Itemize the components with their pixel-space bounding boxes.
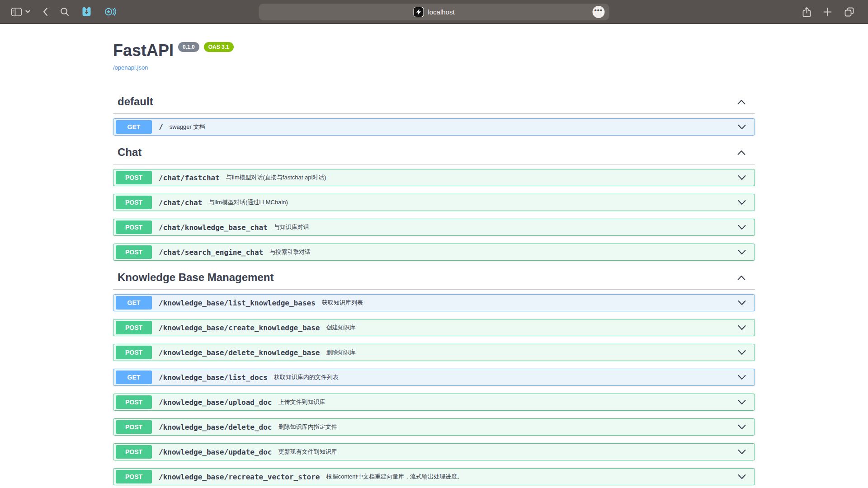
share-button[interactable] xyxy=(802,7,811,18)
operation-row[interactable]: POST /knowledge_base/create_knowledge_ba… xyxy=(113,319,755,336)
section-title: default xyxy=(118,95,153,108)
operation-description: 根据content中文档重建向量库，流式输出处理进度。 xyxy=(326,473,463,481)
new-tab-button[interactable] xyxy=(823,8,832,16)
section-title: Knowledge Base Management xyxy=(118,271,274,284)
operation-description: 获取知识库列表 xyxy=(322,299,363,307)
new-tab-icon xyxy=(823,8,832,16)
search-button[interactable] xyxy=(60,7,69,16)
page-settings-button[interactable]: ••• xyxy=(593,6,605,18)
chevron-down-icon[interactable] xyxy=(737,175,746,181)
operation-description: 更新现有文件到知识库 xyxy=(278,448,337,456)
chevron-down-icon[interactable] xyxy=(737,424,746,430)
operation-path: /knowledge_base/delete_doc xyxy=(159,423,272,432)
chevron-up-icon[interactable] xyxy=(737,150,746,155)
method-badge: POST xyxy=(116,420,152,434)
ellipsis-icon: ••• xyxy=(594,9,603,12)
operation-description: 删除知识库 xyxy=(326,348,355,357)
operation-row[interactable]: POST /chat/search_engine_chat 与搜索引擎对话 xyxy=(113,244,755,261)
version-badge: 0.1.0 xyxy=(178,42,199,52)
sidebar-toggle-icon xyxy=(11,7,22,17)
method-badge: GET xyxy=(116,371,152,384)
operation-row[interactable]: POST /knowledge_base/upload_doc 上传文件到知识库 xyxy=(113,394,755,411)
operation-row[interactable]: POST /knowledge_base/update_doc 更新现有文件到知… xyxy=(113,443,755,460)
method-badge: POST xyxy=(116,196,152,209)
extension-button-1[interactable] xyxy=(81,6,92,17)
tabs-overview-button[interactable] xyxy=(844,7,854,17)
section-operations: POST /chat/fastchat 与llm模型对话(直接与fastchat… xyxy=(113,164,755,261)
operation-description: swagger 文档 xyxy=(170,123,205,131)
openapi-spec-link[interactable]: /openapi.json xyxy=(113,64,148,71)
operation-description: 与知识库对话 xyxy=(274,223,309,231)
shield-extension-icon xyxy=(81,6,92,17)
chevron-down-icon[interactable] xyxy=(737,200,746,206)
operation-description: 删除知识库内指定文件 xyxy=(278,423,337,431)
method-badge: POST xyxy=(116,470,152,483)
api-section: Chat POST /chat/fastchat 与llm模型对话(直接与fas… xyxy=(113,143,755,261)
chevron-down-icon[interactable] xyxy=(737,225,746,230)
operation-path: /knowledge_base/list_knowledge_bases xyxy=(159,299,316,307)
back-icon xyxy=(42,7,48,16)
chevron-down-icon[interactable] xyxy=(737,474,746,480)
tabs-overview-icon xyxy=(844,7,854,17)
section-header[interactable]: default xyxy=(113,93,755,114)
operation-row[interactable]: POST /chat/fastchat 与llm模型对话(直接与fastchat… xyxy=(113,169,755,186)
chevron-down-icon[interactable] xyxy=(737,300,746,306)
operation-path: /knowledge_base/upload_doc xyxy=(159,398,272,407)
operation-row[interactable]: POST /chat/knowledge_base_chat 与知识库对话 xyxy=(113,219,755,236)
method-badge: POST xyxy=(116,346,152,359)
api-section: Knowledge Base Management GET /knowledge… xyxy=(113,268,755,485)
operation-description: 上传文件到知识库 xyxy=(278,398,325,406)
chevron-down-icon[interactable] xyxy=(737,350,746,356)
operation-description: 创建知识库 xyxy=(326,324,355,332)
method-badge: POST xyxy=(116,171,152,184)
back-button[interactable] xyxy=(42,7,48,16)
method-badge: POST xyxy=(116,221,152,234)
operation-path: /knowledge_base/delete_knowledge_base xyxy=(159,348,320,357)
operation-path: /knowledge_base/create_knowledge_base xyxy=(159,324,320,332)
operation-row[interactable]: POST /knowledge_base/delete_knowledge_ba… xyxy=(113,344,755,361)
chevron-up-icon[interactable] xyxy=(737,275,746,281)
operation-description: 与搜索引擎对话 xyxy=(269,248,311,256)
method-badge: POST xyxy=(116,395,152,409)
chevron-down-icon[interactable] xyxy=(737,325,746,331)
operation-path: /knowledge_base/update_doc xyxy=(159,448,272,456)
oas-badge: OAS 3.1 xyxy=(204,42,234,52)
toolbar-chevron-down-icon xyxy=(25,10,30,14)
chevron-up-icon[interactable] xyxy=(737,99,746,105)
operation-row[interactable]: GET / swagger 文档 xyxy=(113,118,755,136)
extension-button-2[interactable] xyxy=(104,7,117,17)
operation-description: 与llm模型对话(通过LLMChain) xyxy=(208,198,288,206)
star-circle-extension-icon xyxy=(104,7,117,17)
browser-toolbar: localhost ••• xyxy=(0,0,868,24)
operation-row[interactable]: POST /knowledge_base/delete_doc 删除知识库内指定… xyxy=(113,418,755,436)
section-header[interactable]: Knowledge Base Management xyxy=(113,268,755,290)
sidebar-toggle-button[interactable] xyxy=(11,7,22,17)
chevron-down-icon[interactable] xyxy=(737,375,746,380)
chevron-down-icon[interactable] xyxy=(737,249,746,255)
fastapi-favicon xyxy=(413,7,424,17)
operation-path: /knowledge_base/list_docs xyxy=(159,373,268,382)
toolbar-right-group xyxy=(802,0,854,24)
sidebar-menu-button[interactable] xyxy=(25,10,30,14)
toolbar-left-group xyxy=(0,6,117,17)
api-section: default GET / swagger 文档 xyxy=(113,93,755,136)
method-badge: GET xyxy=(116,120,152,134)
share-icon xyxy=(802,7,811,18)
operation-row[interactable]: POST /chat/chat 与llm模型对话(通过LLMChain) xyxy=(113,194,755,211)
operation-description: 与llm模型对话(直接与fastchat api对话) xyxy=(226,174,326,182)
operation-description: 获取知识库内的文件列表 xyxy=(274,373,339,381)
operation-path: /chat/fastchat xyxy=(159,174,220,182)
chevron-down-icon[interactable] xyxy=(737,124,746,130)
address-url: localhost xyxy=(428,8,454,16)
operation-row[interactable]: GET /knowledge_base/list_knowledge_bases… xyxy=(113,294,755,311)
section-operations: GET /knowledge_base/list_knowledge_bases… xyxy=(113,290,755,485)
chevron-down-icon[interactable] xyxy=(737,449,746,455)
swagger-page: FastAPI 0.1.0 OAS 3.1 /openapi.json defa… xyxy=(0,24,868,485)
address-bar[interactable]: localhost ••• xyxy=(259,4,609,20)
sections-container: default GET / swagger 文档 Chat xyxy=(113,93,755,485)
section-header[interactable]: Chat xyxy=(113,143,755,164)
operation-row[interactable]: GET /knowledge_base/list_docs 获取知识库内的文件列… xyxy=(113,369,755,386)
operation-row[interactable]: POST /knowledge_base/recreate_vector_sto… xyxy=(113,468,755,485)
operation-path: / xyxy=(159,123,163,131)
chevron-down-icon[interactable] xyxy=(737,399,746,405)
